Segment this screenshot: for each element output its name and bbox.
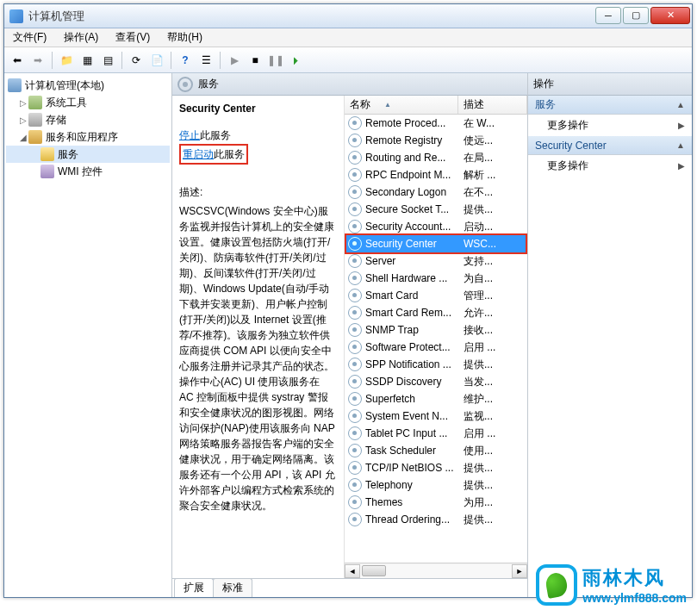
scroll-thumb[interactable] [362,565,386,576]
up-folder-button[interactable]: 📁 [57,51,76,70]
service-row[interactable]: Smart Card Rem...允许... [345,304,527,321]
action-more-2[interactable]: 更多操作 ▶ [528,155,692,177]
service-row[interactable]: Secondary Logon在不... [345,184,527,201]
service-name: Task Scheduler [365,445,460,457]
service-row[interactable]: Security CenterWSC... [345,235,527,252]
menu-help[interactable]: 帮助(H) [159,28,211,47]
service-row[interactable]: SPP Notification ...提供... [345,356,527,373]
service-row[interactable]: TCP/IP NetBIOS ...提供... [345,459,527,476]
service-name: Tablet PC Input ... [365,427,460,439]
service-row[interactable]: Routing and Re...在局... [345,149,527,166]
refresh-button[interactable]: ⟳ [127,51,146,70]
service-desc: 使用... [460,444,527,458]
service-name: Software Protect... [365,341,460,353]
service-row[interactable]: Shell Hardware ...为自... [345,270,527,287]
tree-item-storage[interactable]: ▷ 存储 [6,111,170,128]
export-button[interactable]: 📄 [147,51,166,70]
service-name: Routing and Re... [365,152,460,164]
detail-pane-button[interactable]: ▤ [98,51,117,70]
list-button[interactable]: ☰ [196,51,215,70]
service-icon [348,392,362,406]
menu-action[interactable]: 操作(A) [55,28,107,47]
services-panel-header: 服务 [172,73,527,96]
restart-button[interactable]: ⏵ [287,51,306,70]
scroll-right-button[interactable]: ► [512,564,527,578]
service-name: RPC Endpoint M... [365,169,460,181]
services-list-wrapper: 名称 ▲ 描述 Remote Proced...在 W...Remote Reg… [345,96,527,578]
service-row[interactable]: Tablet PC Input ...启用 ... [345,425,527,442]
tree-root[interactable]: 计算机管理(本地) [6,77,170,94]
menubar: 文件(F) 操作(A) 查看(V) 帮助(H) [4,28,692,47]
tree-label: 系统工具 [46,96,87,110]
scroll-track[interactable] [360,564,512,578]
service-row[interactable]: Superfetch维护... [345,390,527,408]
tree-item-services-apps[interactable]: ◢ 服务和应用程序 [6,128,170,146]
col-header-desc[interactable]: 描述 [458,96,527,114]
forward-button[interactable]: ➡ [28,51,47,70]
menu-file[interactable]: 文件(F) [4,28,55,47]
help-button[interactable]: ? [176,51,195,70]
action-more-1[interactable]: 更多操作 ▶ [528,115,692,136]
service-name: Thread Ordering... [365,513,460,526]
separator [52,52,53,69]
scroll-left-button[interactable]: ◄ [345,564,360,578]
actions-section-selected[interactable]: Security Center ▲ [528,136,692,155]
back-button[interactable]: ⬅ [8,51,27,70]
service-icon [348,202,362,216]
service-row[interactable]: Telephony提供... [345,476,527,494]
tab-extended[interactable]: 扩展 [174,578,214,597]
actions-section-services[interactable]: 服务 ▲ [528,96,692,115]
tree-item-system-tools[interactable]: ▷ 系统工具 [6,94,170,111]
service-row[interactable]: Task Scheduler使用... [345,442,527,459]
service-row[interactable]: Smart Card管理... [345,287,527,304]
menu-view[interactable]: 查看(V) [107,28,159,47]
play-button[interactable]: ▶ [225,51,244,70]
collapse-icon[interactable]: ◢ [18,133,28,142]
service-name: TCP/IP NetBIOS ... [365,462,460,474]
expand-icon[interactable]: ▷ [18,98,28,108]
stop-service-link[interactable]: 停止 [179,129,200,141]
service-name: SPP Notification ... [365,358,460,370]
service-desc: 启用 ... [460,426,527,441]
service-icon [348,444,362,457]
restart-service-link[interactable]: 重启动 [183,148,214,160]
service-icon [348,151,362,165]
service-row[interactable]: Software Protect...启用 ... [345,339,527,356]
restart-suffix: 此服务 [214,148,245,160]
service-name: Remote Registry [365,134,460,146]
watermark-logo [536,564,577,606]
service-row[interactable]: Remote Registry使远... [345,132,527,149]
stop-button[interactable]: ■ [246,51,264,70]
service-row[interactable]: Server支持... [345,252,527,270]
service-desc: 接收... [460,323,527,338]
close-button[interactable]: ✕ [650,7,690,24]
minimize-button[interactable]: ─ [595,7,621,24]
maximize-button[interactable]: ▢ [623,7,649,24]
service-row[interactable]: RPC Endpoint M...解析 ... [345,166,527,184]
pause-button[interactable]: ❚❚ [266,51,285,70]
service-row[interactable]: Thread Ordering...提供... [345,511,527,528]
tree-label: 服务和应用程序 [46,130,118,145]
tree-item-services[interactable]: 服务 [6,146,170,163]
chevron-up-icon: ▲ [676,140,685,150]
properties-button[interactable]: ▦ [78,51,96,70]
service-row[interactable]: Secure Socket T...提供... [345,201,527,218]
service-row[interactable]: Remote Proced...在 W... [345,115,527,132]
description-pane: Security Center 停止此服务 重启动此服务 描述: WSCSVC(… [172,96,345,578]
service-row[interactable]: Security Account...启动... [345,218,527,235]
services-list[interactable]: Remote Proced...在 W...Remote Registry使远.… [345,115,527,563]
service-row[interactable]: Themes为用... [345,494,527,511]
col-header-name[interactable]: 名称 ▲ [345,96,458,114]
restart-service-row: 重启动此服务 [179,144,337,165]
panel-title: 服务 [198,77,219,91]
service-name: System Event N... [365,410,460,422]
service-row[interactable]: SSDP Discovery当发... [345,373,527,390]
action-label: 更多操作 [547,118,588,133]
tab-standard[interactable]: 标准 [213,578,252,597]
service-row[interactable]: System Event N...监视... [345,408,527,425]
expand-icon[interactable]: ▷ [18,115,28,125]
service-desc: 提供... [460,513,527,527]
horizontal-scrollbar[interactable]: ◄ ► [345,563,527,578]
tree-item-wmi[interactable]: WMI 控件 [6,163,170,180]
service-row[interactable]: SNMP Trap接收... [345,321,527,339]
